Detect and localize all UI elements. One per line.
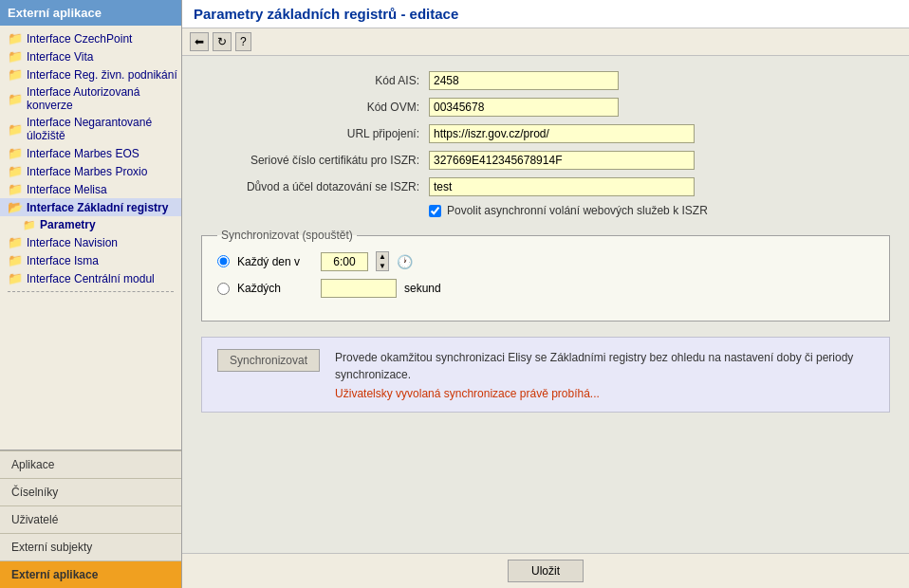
folder-icon: 📁 xyxy=(8,182,23,196)
folder-icon: 📁 xyxy=(8,49,23,64)
sidebar-item-label: Interface Autorizovaná konverze xyxy=(27,85,177,112)
folder-icon: 📁 xyxy=(8,92,23,106)
footer: Uložit xyxy=(182,553,909,588)
nav-uzivatele[interactable]: Uživatelé xyxy=(0,505,181,533)
url-input[interactable] xyxy=(429,124,695,143)
duvod-label: Důvod a účel dotazování se ISZR: xyxy=(201,180,429,193)
sidebar-item-label: Interface Marbes Proxio xyxy=(27,165,147,178)
sync-spinner-up[interactable]: ▲ xyxy=(377,252,388,262)
sidebar-header: Externí aplikace xyxy=(0,0,181,26)
sidebar-item-negarantovane[interactable]: 📁 Interface Negarantované úložiště xyxy=(0,114,181,144)
kod-ovm-input[interactable] xyxy=(429,98,619,117)
kod-ais-row: Kód AIS: xyxy=(201,71,890,90)
sidebar-tree: 📁 Interface CzechPoint 📁 Interface Vita … xyxy=(0,26,181,450)
sync-action-description: Provede okamžitou synchronizaci Elisy se… xyxy=(335,349,874,383)
sidebar-item-label: Interface Melisa xyxy=(27,183,107,196)
sync-each-day-label: Každý den v xyxy=(237,255,313,268)
kod-ovm-label: Kód OVM: xyxy=(201,101,429,114)
sync-each-day-row: Každý den v ▲ ▼ 🕐 xyxy=(217,251,874,271)
sidebar-subitem-parametry[interactable]: 📁 Parametry xyxy=(0,216,181,233)
serial-label: Seriové číslo certifikátu pro ISZR: xyxy=(201,154,429,167)
async-checkbox[interactable] xyxy=(429,205,441,217)
folder-icon: 📁 xyxy=(8,235,23,249)
nav-externi-aplikace[interactable]: Externí aplikace xyxy=(0,560,181,588)
folder-icon: 📁 xyxy=(8,31,23,46)
sync-each-day-radio[interactable] xyxy=(217,255,230,267)
sidebar-item-isma[interactable]: 📁 Interface Isma xyxy=(0,251,181,269)
page-title: Parametry základních registrů - editace xyxy=(182,0,909,28)
sidebar-item-vita[interactable]: 📁 Interface Vita xyxy=(0,47,181,65)
sidebar-divider xyxy=(8,291,174,292)
folder-icon: 📁 xyxy=(8,122,23,137)
folder-icon: 📁 xyxy=(23,219,36,231)
form-area: Kód AIS: Kód OVM: URL připojení: Seriové… xyxy=(182,56,909,553)
synchronize-button[interactable]: Synchronizovat xyxy=(217,349,320,372)
nav-ciselniky[interactable]: Číselníky xyxy=(0,478,181,505)
sidebar-item-marbes-proxio[interactable]: 📁 Interface Marbes Proxio xyxy=(0,162,181,180)
url-row: URL připojení: xyxy=(201,124,890,143)
sync-seconds-input[interactable] xyxy=(321,279,397,298)
bottom-nav: Aplikace Číselníky Uživatelé Externí sub… xyxy=(0,450,181,588)
url-label: URL připojení: xyxy=(201,127,429,140)
serial-row: Seriové číslo certifikátu pro ISZR: xyxy=(201,151,890,170)
sidebar-item-czechpoint[interactable]: 📁 Interface CzechPoint xyxy=(0,29,181,47)
sidebar-item-label: Interface Centrální modul xyxy=(27,272,155,285)
sync-action-status: Uživatelsky vyvolaná synchronizace právě… xyxy=(335,387,874,400)
sync-group-title: Synchronizovat (spouštět) xyxy=(217,229,357,242)
sync-each-seconds-radio[interactable] xyxy=(217,283,230,295)
toolbar: ⬅ ↻ ? xyxy=(182,28,909,56)
sync-spinner-down[interactable]: ▼ xyxy=(377,262,388,271)
sidebar-item-label: Interface Marbes EOS xyxy=(27,147,139,160)
sync-spinner[interactable]: ▲ ▼ xyxy=(376,251,389,271)
sidebar-item-centralni-modul[interactable]: 📁 Interface Centrální modul xyxy=(0,269,181,287)
folder-icon: 📁 xyxy=(8,67,23,82)
sidebar-item-melisa[interactable]: 📁 Interface Melisa xyxy=(0,180,181,198)
refresh-button[interactable]: ↻ xyxy=(213,32,232,51)
nav-externi-subjekty[interactable]: Externí subjekty xyxy=(0,533,181,560)
help-button[interactable]: ? xyxy=(235,32,251,51)
folder-icon: 📁 xyxy=(8,253,23,267)
kod-ovm-row: Kód OVM: xyxy=(201,98,890,117)
folder-icon: 📁 xyxy=(8,271,23,285)
sidebar-subitem-label: Parametry xyxy=(40,218,96,231)
sync-action-box: Synchronizovat Provede okamžitou synchro… xyxy=(201,337,890,413)
sync-each-seconds-label: Každých xyxy=(237,282,313,295)
sync-group: Synchronizovat (spouštět) Každý den v ▲ … xyxy=(201,229,890,322)
sidebar-item-label: Interface Isma xyxy=(27,254,99,267)
sidebar-item-label: Interface Negarantované úložiště xyxy=(27,116,177,142)
folder-icon: 📁 xyxy=(8,164,23,178)
nav-aplikace[interactable]: Aplikace xyxy=(0,450,181,478)
save-button[interactable]: Uložit xyxy=(508,560,584,582)
sync-each-seconds-row: Každých sekund xyxy=(217,279,874,298)
kod-ais-input[interactable] xyxy=(429,71,619,90)
back-button[interactable]: ⬅ xyxy=(190,32,209,51)
async-row: Povolit asynchronní volání webových služ… xyxy=(429,204,890,217)
folder-icon: 📁 xyxy=(8,146,23,160)
clock-icon[interactable]: 🕐 xyxy=(397,254,413,269)
sidebar-item-zakladni-registry[interactable]: 📂 Interface Základní registry xyxy=(0,198,181,216)
sidebar: Externí aplikace 📁 Interface CzechPoint … xyxy=(0,0,182,588)
sync-action-info: Provede okamžitou synchronizaci Elisy se… xyxy=(335,349,874,400)
async-label: Povolit asynchronní volání webových služ… xyxy=(447,204,708,217)
sidebar-item-marbes-eos[interactable]: 📁 Interface Marbes EOS xyxy=(0,144,181,162)
serial-input[interactable] xyxy=(429,151,695,170)
sidebar-item-label: Interface Navision xyxy=(27,236,118,249)
sidebar-item-reg-ziv[interactable]: 📁 Interface Reg. živn. podnikání xyxy=(0,65,181,83)
sidebar-item-navision[interactable]: 📁 Interface Navision xyxy=(0,233,181,251)
sidebar-item-label: Interface Vita xyxy=(27,50,94,64)
kod-ais-label: Kód AIS: xyxy=(201,74,429,87)
sidebar-item-autorizovana[interactable]: 📁 Interface Autorizovaná konverze xyxy=(0,83,181,114)
duvod-row: Důvod a účel dotazování se ISZR: xyxy=(201,177,890,196)
sync-seconds-unit-label: sekund xyxy=(404,282,441,295)
main-content: Parametry základních registrů - editace … xyxy=(182,0,909,588)
sidebar-item-label: Interface Reg. živn. podnikání xyxy=(27,68,177,82)
sidebar-item-label: Interface CzechPoint xyxy=(27,32,132,46)
folder-open-icon: 📂 xyxy=(8,200,23,214)
sync-time-input[interactable] xyxy=(321,252,368,271)
duvod-input[interactable] xyxy=(429,177,695,196)
sidebar-item-label: Interface Základní registry xyxy=(27,201,168,214)
